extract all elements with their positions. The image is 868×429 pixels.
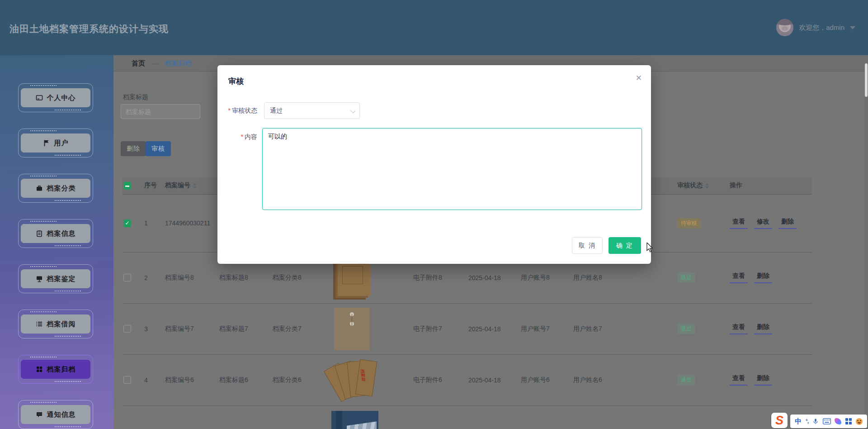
sidebar-item-label: 通知信息 (47, 410, 76, 419)
table-row-5 (123, 405, 812, 429)
sidebar-item-7[interactable]: 档案归档 (18, 355, 93, 384)
cell-image (328, 303, 410, 354)
cell-image (328, 405, 410, 429)
sidebar-item-label: 档案归档 (47, 365, 76, 374)
cell-category: 档案分类7 (269, 303, 328, 354)
cell-attachment (410, 405, 465, 429)
cell-category (269, 405, 328, 429)
cell-checkbox: ✓ (123, 194, 141, 252)
cell-date: 2025-04-18 (465, 303, 517, 354)
cell-code: 档案编号8 (161, 252, 216, 303)
row-checkbox[interactable]: ✓ (123, 219, 131, 227)
keyboard-icon[interactable] (823, 418, 831, 424)
toolbox-grid-icon[interactable] (845, 418, 852, 424)
sidebar-item-6[interactable]: 档案借阅 (18, 310, 93, 338)
review-content-textarea[interactable]: 可以的 (262, 128, 642, 210)
action-link[interactable]: 查看 (730, 218, 748, 229)
cell-index (141, 405, 161, 429)
archive-bag-fan-image: 档案袋 (331, 360, 382, 400)
skin-icon[interactable] (835, 418, 841, 424)
cell-index: 4 (141, 354, 161, 405)
breadcrumb-current[interactable]: 档案归档 (165, 59, 192, 67)
cell-code: 1744960030211 (161, 194, 216, 252)
row-checkbox[interactable] (123, 325, 131, 333)
message-icon (36, 411, 43, 418)
emoji-icon[interactable] (856, 418, 863, 425)
breadcrumb-home[interactable]: 首页 (132, 59, 145, 67)
action-link[interactable]: 删除 (754, 272, 772, 283)
cell-actions: 查看删除 (726, 354, 812, 405)
scrollbar[interactable] (864, 55, 868, 429)
sidebar-item-1[interactable]: 个人中心 (18, 83, 93, 112)
col-header-index: 序号 (141, 177, 161, 194)
required-asterisk: * (228, 107, 231, 114)
cell-account: 用户账号6 (517, 354, 570, 405)
chevron-down-icon[interactable] (850, 26, 855, 29)
action-link[interactable]: 查看 (730, 272, 748, 283)
review-status-select[interactable]: 通过 (264, 102, 360, 119)
cell-name (570, 405, 622, 429)
archive-title-input[interactable] (121, 104, 200, 119)
col-header-code[interactable]: 档案编号 (161, 177, 216, 194)
sidebar-item-label: 档案信息 (47, 229, 76, 238)
sidebar-item-4[interactable]: 档案信息 (18, 219, 93, 248)
punctuation-icon[interactable]: °, (806, 418, 808, 424)
action-link[interactable]: 查看 (730, 323, 748, 334)
delete-button[interactable]: 删除 (121, 141, 146, 156)
cell-spacer (622, 303, 674, 354)
sidebar-item-3[interactable]: 档案分类 (18, 174, 93, 203)
cell-spacer (622, 354, 674, 405)
cell-actions: 查看删除 (726, 303, 812, 354)
user-menu[interactable]: 欢迎您，admin (776, 19, 855, 36)
cancel-button[interactable]: 取 消 (572, 237, 603, 254)
col-header-status[interactable]: 审核状态 (674, 177, 726, 194)
action-link[interactable]: 删除 (754, 374, 772, 386)
sidebar-item-5[interactable]: 档案鉴定 (18, 264, 93, 293)
microphone-icon[interactable] (812, 418, 819, 425)
mouse-cursor (646, 243, 653, 254)
breadcrumb: 首页 — 档案归档 (132, 55, 192, 72)
sort-carets-icon[interactable] (705, 183, 709, 189)
table-row-4: 4档案编号6档案标题6档案分类6档案袋电子附件62025-04-18用户账号6用… (123, 354, 812, 405)
cell-checkbox (123, 303, 141, 354)
sogou-ime-tile[interactable]: S (771, 413, 788, 428)
cell-status: 通过 (674, 303, 726, 354)
avatar[interactable] (776, 19, 793, 36)
cell-index: 2 (141, 252, 161, 303)
cell-name: 用户姓名6 (570, 354, 622, 405)
status-badge: 待审核 (677, 218, 701, 229)
review-button[interactable]: 审核 (146, 141, 171, 156)
cell-code: 档案编号6 (161, 354, 216, 405)
chinese-mode-icon[interactable]: 中 (795, 417, 802, 426)
action-link[interactable]: 删除 (778, 218, 797, 229)
row-checkbox[interactable] (123, 274, 131, 281)
cell-actions: 查看修改删除 (726, 194, 812, 252)
sidebar-item-2[interactable]: 用户 (18, 129, 93, 157)
action-link[interactable]: 修改 (754, 218, 772, 229)
cell-checkbox (123, 252, 141, 303)
cell-category: 档案分类6 (269, 354, 328, 405)
sidebar-item-8[interactable]: 通知信息 (18, 400, 93, 429)
row-checkbox[interactable] (123, 376, 131, 384)
cell-name: 用户姓名7 (570, 303, 622, 354)
modal-title: 审核 (228, 76, 244, 86)
scrollbar-thumb[interactable] (865, 63, 868, 97)
content-label: *内容 (217, 133, 257, 141)
sidebar-item-label: 档案鉴定 (47, 275, 76, 283)
cell-date (465, 405, 517, 429)
select-all-checkbox[interactable] (123, 182, 131, 190)
close-icon[interactable]: ✕ (636, 73, 642, 83)
sidebar: 个人中心用户档案分类档案信息档案鉴定档案借阅档案归档通知信息 (0, 55, 113, 429)
table-row-3: 3档案编号7档案标题7档案分类7电子附件72025-04-18用户账号7用户姓名… (123, 303, 812, 354)
breadcrumb-separator: — (151, 59, 158, 67)
action-link[interactable]: 删除 (754, 323, 772, 334)
review-modal: 审核 ✕ *审核状态 通过 *内容 可以的 取 消 确 定 (217, 65, 651, 264)
search-label: 档案标题 (123, 93, 148, 101)
cell-attachment: 电子附件6 (410, 354, 465, 405)
cell-status (674, 405, 726, 429)
action-link[interactable]: 查看 (730, 374, 748, 386)
confirm-button[interactable]: 确 定 (609, 237, 641, 254)
sort-carets-icon[interactable] (193, 183, 197, 189)
ime-toolbar: 中 °, (790, 415, 867, 428)
status-badge: 通过 (677, 324, 695, 334)
